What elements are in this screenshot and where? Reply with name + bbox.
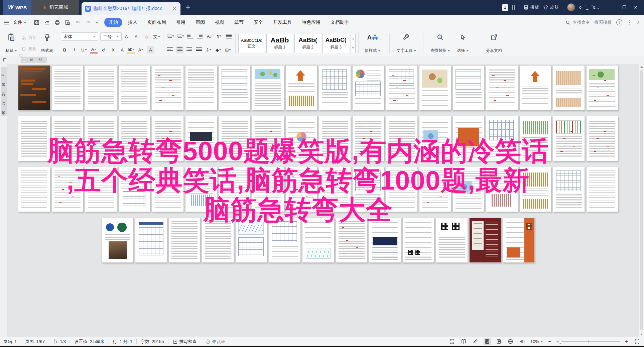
style-normal[interactable]: AaBbCcDd 正文 bbox=[238, 34, 265, 53]
share-document-button[interactable]: 分享文档 bbox=[483, 32, 505, 55]
close-window-button[interactable]: ✕ bbox=[630, 2, 641, 12]
borders-button[interactable]: ⊞ bbox=[224, 46, 232, 53]
page-thumbnail-1[interactable] bbox=[18, 65, 50, 110]
page-thumbnail-17[interactable] bbox=[553, 65, 585, 110]
align-center-button[interactable] bbox=[176, 46, 183, 53]
more-options-icon[interactable]: ⋮ bbox=[627, 19, 632, 25]
page-thumbnail-4[interactable] bbox=[118, 65, 150, 110]
font-size-select[interactable]: 二号 bbox=[100, 32, 122, 41]
strikethrough-button[interactable]: X bbox=[109, 46, 117, 53]
window-count-badge[interactable]: 1 bbox=[502, 4, 508, 11]
clear-format-icon[interactable]: ◇ bbox=[143, 33, 151, 40]
decrease-font-icon[interactable]: A⁻ bbox=[133, 33, 141, 40]
vertical-scrollbar[interactable] bbox=[639, 64, 644, 337]
font-color-button[interactable]: A bbox=[90, 46, 98, 53]
zoom-in-button[interactable]: + bbox=[624, 339, 629, 345]
help-icon[interactable]: ? bbox=[616, 19, 622, 25]
scroll-up-icon[interactable] bbox=[639, 64, 644, 70]
fullscreen-icon[interactable] bbox=[448, 338, 456, 345]
new-style-button[interactable]: A⁂ 新样式 bbox=[361, 32, 384, 55]
tab-view[interactable]: 视图 bbox=[211, 18, 229, 27]
page-thumbnail-2[interactable] bbox=[51, 65, 84, 110]
zoom-slider[interactable] bbox=[556, 341, 620, 342]
page-thumbnail-16[interactable] bbox=[519, 65, 551, 110]
read-layout-icon[interactable] bbox=[460, 338, 468, 345]
bold-button[interactable]: B bbox=[61, 46, 69, 53]
minimize-button[interactable]: — bbox=[607, 2, 619, 12]
superscript-button[interactable]: x² bbox=[100, 46, 107, 53]
skin-button[interactable]: 皮肤 bbox=[543, 4, 559, 10]
select-button[interactable]: 选择 bbox=[454, 32, 472, 55]
page-thumbnail-36[interactable] bbox=[586, 116, 618, 161]
tab-special-apps[interactable]: 特色应用 bbox=[297, 18, 325, 27]
certification-status[interactable]: 未认证 bbox=[205, 339, 225, 345]
tab-security[interactable]: 安全 bbox=[249, 18, 267, 27]
tab-references[interactable]: 引用 bbox=[172, 18, 190, 27]
page-thumbnail-54[interactable] bbox=[586, 167, 618, 212]
page-thumbnail-13[interactable] bbox=[419, 65, 451, 110]
page-thumbnail-18[interactable] bbox=[586, 65, 618, 110]
phonetic-guide-icon[interactable]: 文 bbox=[153, 33, 160, 40]
format-painter-button[interactable]: 格式刷 bbox=[39, 32, 55, 55]
scroll-down-icon[interactable] bbox=[639, 332, 644, 337]
template-button[interactable]: 模板 bbox=[523, 4, 539, 10]
tab-developer[interactable]: 开发工具 bbox=[269, 18, 296, 27]
shading-button[interactable]: ◆ bbox=[215, 46, 222, 53]
restore-button[interactable]: ❐ bbox=[619, 2, 630, 12]
vertical-ruler[interactable]: 8 16 24 32 40 bbox=[0, 64, 7, 337]
status-page-count[interactable]: 页面: 1/67 bbox=[25, 339, 45, 345]
style-heading3[interactable]: AaBbC( 标题 3 bbox=[323, 34, 349, 53]
italic-button[interactable]: I bbox=[71, 46, 78, 53]
command-search-input[interactable]: 查找命令、搜索模板 bbox=[565, 19, 612, 25]
char-shading-button[interactable]: A bbox=[137, 46, 145, 53]
zoom-slider-knob[interactable] bbox=[558, 340, 562, 344]
store-tab[interactable]: 稻壳商城 bbox=[31, 0, 79, 15]
show-marks-button[interactable]: ¶ bbox=[215, 32, 223, 40]
increase-font-icon[interactable]: A⁺ bbox=[124, 33, 131, 40]
ink-mode-icon[interactable] bbox=[472, 338, 479, 345]
styles-scroll-up-icon[interactable]: ▲ bbox=[351, 34, 355, 43]
page-thumbnail-9[interactable] bbox=[285, 65, 317, 110]
scrollbar-thumb[interactable] bbox=[640, 70, 643, 330]
page-thumbnail-6[interactable] bbox=[185, 65, 217, 110]
indent-marker[interactable] bbox=[19, 57, 26, 61]
paste-button[interactable]: 粘贴 bbox=[3, 32, 19, 55]
numbered-list-button[interactable] bbox=[176, 32, 184, 40]
underline-button[interactable]: U bbox=[80, 46, 88, 53]
char-shade-toggle[interactable]: A bbox=[147, 46, 154, 53]
justify-button[interactable] bbox=[195, 46, 203, 53]
tab-doc-assistant[interactable]: 文档助手 bbox=[326, 18, 354, 27]
page-thumbnail-11[interactable] bbox=[352, 65, 384, 110]
document-tab-close-icon[interactable]: ✕ bbox=[171, 6, 177, 12]
char-border-button[interactable]: A bbox=[119, 47, 125, 53]
spellcheck-button[interactable]: 拼写检查 bbox=[172, 339, 197, 345]
redo-icon[interactable] bbox=[85, 19, 92, 26]
page-thumbnail-3[interactable] bbox=[85, 65, 117, 110]
text-tools-button[interactable]: 文字工具 bbox=[395, 32, 418, 55]
web-layout-icon[interactable] bbox=[507, 338, 514, 345]
sort-button[interactable]: A↓ bbox=[206, 32, 213, 40]
file-menu-button[interactable]: 文件 bbox=[4, 19, 26, 25]
line-spacing-button[interactable]: ⇕ bbox=[205, 46, 213, 53]
text-direction-button[interactable] bbox=[225, 32, 233, 40]
collapse-ribbon-icon[interactable]: ∧ bbox=[637, 20, 640, 25]
page-thumbnail-12[interactable] bbox=[386, 65, 418, 110]
styles-scroll-down-icon[interactable]: ▼ bbox=[351, 43, 355, 53]
status-section[interactable]: 节: 1/3 bbox=[53, 339, 66, 345]
export-icon[interactable] bbox=[44, 19, 50, 26]
find-replace-button[interactable]: 查找替换 bbox=[429, 32, 452, 55]
page-thumbnail-15[interactable] bbox=[486, 65, 518, 110]
increase-indent-button[interactable] bbox=[196, 32, 204, 40]
username[interactable]: o゛_゜o... bbox=[579, 4, 599, 10]
tab-section[interactable]: 章节 bbox=[230, 18, 248, 27]
status-page-number[interactable]: 页码: 1 bbox=[3, 339, 17, 345]
style-heading1[interactable]: AaBb 标题 1 bbox=[266, 34, 293, 53]
tab-page-layout[interactable]: 页面布局 bbox=[143, 18, 170, 27]
page-thumbnail-7[interactable] bbox=[219, 65, 251, 110]
tab-review[interactable]: 审阅 bbox=[191, 18, 209, 27]
page-thumbnail-10[interactable] bbox=[319, 65, 351, 110]
align-right-button[interactable] bbox=[185, 46, 193, 53]
tab-insert[interactable]: 插入 bbox=[124, 18, 142, 27]
status-word-count[interactable]: 字数: 29155 bbox=[141, 339, 164, 345]
document-tab[interactable]: W 咖啡金融网2019年咖啡年报.docx ✕ bbox=[82, 2, 180, 15]
